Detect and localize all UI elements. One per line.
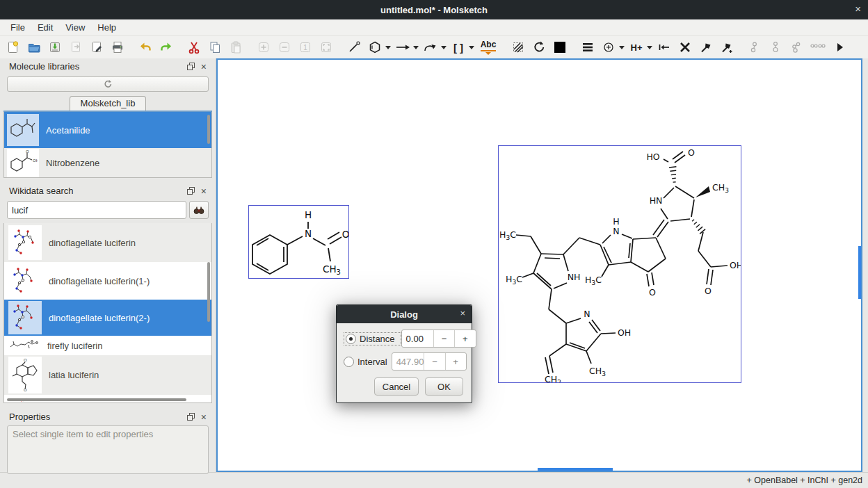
properties-close-icon[interactable]: × <box>201 412 207 422</box>
toolbar-extender-icon[interactable] <box>837 43 843 51</box>
print-button[interactable] <box>108 38 127 56</box>
molecule-thumbnail <box>8 264 42 298</box>
wikidata-search-input[interactable] <box>7 201 186 219</box>
zoom-fit-button[interactable] <box>317 38 335 56</box>
new-document-icon <box>6 40 20 54</box>
new-button[interactable] <box>4 38 22 56</box>
undo-button[interactable] <box>136 38 154 56</box>
hatch-selection-button[interactable] <box>509 38 527 56</box>
hydrogen-button[interactable]: H+ <box>627 38 645 56</box>
wikidata-search-button[interactable] <box>189 201 209 219</box>
zoom-out-button[interactable] <box>275 38 294 56</box>
text-tool-button[interactable]: Abc <box>477 38 499 56</box>
zoom-in-button[interactable] <box>255 38 273 56</box>
export-button[interactable] <box>88 38 106 56</box>
menu-view[interactable]: View <box>59 21 91 34</box>
fragment-3-button[interactable] <box>787 38 805 56</box>
draw-bond-button[interactable] <box>345 38 363 56</box>
float-panel-icon[interactable] <box>187 413 195 421</box>
interval-radio[interactable] <box>344 357 354 367</box>
result-item-label: dinoflagellate luciferin <box>49 238 136 248</box>
rotate-icon <box>532 40 546 54</box>
molecule-acetanilide-selection[interactable]: H N O CH3 <box>248 205 349 279</box>
reaction-arrow-button[interactable] <box>394 38 412 56</box>
zoom-original-button[interactable]: 1 <box>296 38 314 56</box>
cancel-button[interactable]: Cancel <box>374 377 419 396</box>
float-panel-icon[interactable] <box>187 187 195 195</box>
ok-button[interactable]: OK <box>425 377 463 396</box>
distance-increment-button[interactable]: + <box>454 330 475 347</box>
distance-value[interactable]: 0.00 <box>402 330 433 347</box>
result-item[interactable]: dinoflagellate luciferin <box>4 223 211 262</box>
window-close-icon[interactable]: × <box>855 3 861 15</box>
fragment-2-button[interactable] <box>766 38 785 56</box>
bracket-tool-button[interactable]: [ ] <box>449 38 467 56</box>
canvas-hscrollbar-thumb[interactable] <box>538 468 613 471</box>
tool-hammer-2-button[interactable] <box>718 38 736 56</box>
interval-decrement-button[interactable]: − <box>424 353 444 370</box>
library-item-acetanilide[interactable]: Acetanilide <box>4 112 211 148</box>
distance-radio[interactable] <box>346 334 356 344</box>
libraries-scrollbar-thumb[interactable] <box>207 115 210 144</box>
ring-tool-button[interactable] <box>366 38 384 56</box>
mechanism-arrow-dropdown-arrow[interactable] <box>441 46 447 49</box>
mechanism-arrow-icon <box>423 40 438 54</box>
molecule-luciferin-selection[interactable]: HO O CH3 HN OH O H3C H N H3C NH H3C <box>498 145 741 383</box>
rotate-button[interactable] <box>530 38 548 56</box>
save-button[interactable] <box>46 38 64 56</box>
dialog-close-icon[interactable]: × <box>460 308 465 318</box>
cut-button[interactable] <box>185 38 203 56</box>
charge-button[interactable] <box>600 38 618 56</box>
menu-edit[interactable]: Edit <box>31 21 59 34</box>
refresh-libraries-button[interactable] <box>7 76 209 92</box>
wikidata-close-icon[interactable]: × <box>201 186 207 196</box>
fragment-4-icon <box>809 40 826 54</box>
fragment-4-button[interactable] <box>808 38 826 56</box>
ring-dropdown-arrow[interactable] <box>385 46 391 49</box>
wikidata-hscrollbar-thumb[interactable] <box>7 398 186 401</box>
hydrogen-icon: H+ <box>631 42 643 53</box>
interval-spinbox: 447.90 − + <box>392 352 467 371</box>
mechanism-arrow-button[interactable] <box>421 38 440 56</box>
fragment-1-button[interactable] <box>746 38 764 56</box>
delete-button[interactable] <box>676 38 694 56</box>
libraries-close-icon[interactable]: × <box>201 62 207 72</box>
line-width-button[interactable] <box>579 38 597 56</box>
menu-file[interactable]: File <box>4 21 31 34</box>
hydrogen-dropdown-arrow[interactable] <box>647 46 652 49</box>
drawing-canvas[interactable]: H N O CH3 <box>216 58 862 472</box>
open-folder-icon <box>27 40 41 54</box>
result-item[interactable]: dinoflagellate luciferin(1-) <box>4 262 211 300</box>
library-item-nitrobenzene[interactable]: OHO Nitrobenzene <box>4 148 211 178</box>
fragment-3-icon <box>789 40 803 54</box>
canvas-vscrollbar-thumb[interactable] <box>858 246 861 299</box>
interval-increment-button[interactable]: + <box>445 353 466 370</box>
color-swatch-button[interactable] <box>551 38 569 56</box>
paste-button[interactable] <box>227 38 245 56</box>
properties-frame: Select single item to edit properties <box>7 425 209 474</box>
interval-value[interactable]: 447.90 <box>392 353 424 370</box>
bracket-dropdown-arrow[interactable] <box>469 46 474 49</box>
properties-header: Properties × <box>3 409 213 424</box>
connect-button[interactable] <box>655 38 673 56</box>
result-item[interactable]: firefly luciferin <box>4 336 211 355</box>
tool-hammer-1-button[interactable] <box>697 38 715 56</box>
tab-molsketch-lib[interactable]: Molsketch_lib <box>70 96 147 111</box>
svg-text:N: N <box>613 226 619 236</box>
float-panel-icon[interactable] <box>187 63 195 70</box>
copy-button[interactable] <box>206 38 224 56</box>
result-item[interactable]: OO latia luciferin <box>4 355 211 395</box>
charge-dropdown-arrow[interactable] <box>619 46 625 49</box>
properties-title: Properties <box>9 412 187 422</box>
wikidata-vscrollbar-thumb[interactable] <box>207 262 210 322</box>
open-button[interactable] <box>25 38 43 56</box>
reaction-arrow-dropdown-arrow[interactable] <box>413 46 419 49</box>
redo-icon <box>159 40 173 54</box>
libraries-list: Acetanilide OHO Nitrobenzene <box>3 112 212 178</box>
redo-button[interactable] <box>157 38 175 56</box>
save-as-button[interactable] <box>67 38 85 56</box>
distance-decrement-button[interactable]: − <box>433 330 454 347</box>
result-item-selected[interactable]: dinoflagellate luciferin(2-) <box>4 300 211 336</box>
line-width-icon <box>581 40 595 54</box>
menu-help[interactable]: Help <box>91 21 122 34</box>
